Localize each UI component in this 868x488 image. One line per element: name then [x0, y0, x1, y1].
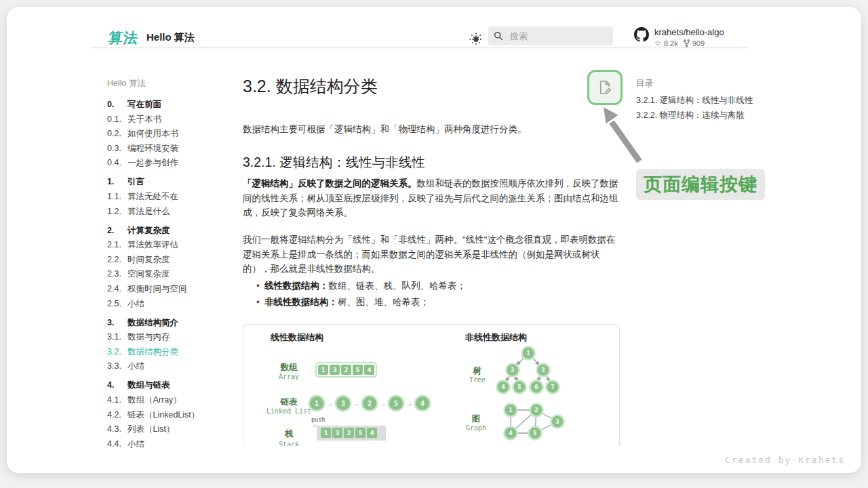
paragraph-linear: 我们一般将逻辑结构分为「线性」和「非线性」两种。"线性"这个概念很直观，即表明数… — [243, 232, 623, 277]
section-heading: 3.2.1. 逻辑结构：线性与非线性 — [243, 153, 425, 171]
value-cell: 1 — [318, 365, 328, 375]
sidebar-nav: Hello 算法 0.写在前面0.1.关于本书0.2.如何使用本书0.3.编程环… — [107, 78, 239, 454]
sidebar-item[interactable]: 2.1.算法效率评估 — [107, 241, 239, 249]
node-value: 4 — [501, 384, 505, 390]
figure-linear-title: 线性数据结构 — [271, 331, 323, 344]
toc-item[interactable]: 3.2.1. 逻辑结构：线性与非线性 — [636, 96, 772, 105]
sidebar-item[interactable]: 0.3.编程环境安装 — [107, 144, 239, 153]
figure-nonlinear-title: 非线性数据结构 — [465, 331, 527, 344]
bullet-dot: • — [256, 298, 264, 307]
sidebar-item[interactable]: 2.2.时间复杂度 — [107, 256, 239, 264]
bullet-list: • 线性数据结构：数组、链表、栈、队列、哈希表； • 非线性数据结构：树、图、堆… — [243, 281, 620, 313]
sidebar-item[interactable]: 1.1.算法无处不在 — [107, 192, 239, 201]
repo-stats: ☆ 8.2k 909 — [654, 39, 724, 47]
value-cell: 4 — [367, 428, 377, 438]
pop-arrow: ← — [311, 443, 317, 446]
edit-page-icon — [596, 79, 614, 96]
paragraph-logic: 「逻辑结构」反映了数据之间的逻辑关系。数组和链表的数据按照顺序依次排列，反映了数… — [243, 176, 623, 220]
stack-label: 栈 — [255, 428, 323, 440]
array-diagram: 13254 — [315, 362, 377, 378]
list-node: 3 — [336, 396, 350, 410]
link-arrow: → — [353, 399, 360, 407]
search-icon — [494, 31, 503, 41]
search-input[interactable] — [509, 30, 599, 42]
figure-data-structure-types: 线性数据结构 非线性数据结构 数组 Array 13254 链表 Linked … — [243, 324, 620, 446]
github-icon — [634, 27, 649, 42]
sidebar-item[interactable]: 4.4.小结 — [107, 440, 239, 449]
link-arrow: → — [406, 399, 413, 407]
value-cell: 2 — [344, 428, 354, 438]
sidebar-item[interactable]: 0.写在前面 — [107, 100, 239, 109]
page-card: 算法 Hello 算法 krahets/hello-algo ☆ — [7, 7, 861, 473]
fork-count: 909 — [692, 39, 705, 47]
sidebar-item[interactable]: 1.2.算法是什么 — [107, 207, 239, 216]
value-cell: 3 — [332, 428, 342, 438]
site-title[interactable]: Hello 算法 — [146, 31, 195, 44]
value-cell: 1 — [321, 428, 331, 438]
sidebar-item[interactable]: 4.1.数组（Array） — [107, 396, 239, 405]
header-divider — [92, 47, 749, 48]
sidebar-item[interactable]: 0.1.关于本书 — [107, 115, 239, 124]
sidebar-item[interactable]: 1.引言 — [107, 178, 239, 186]
github-repo-link[interactable]: krahets/hello-algo ☆ 8.2k 909 — [634, 27, 724, 47]
value-cell: 5 — [355, 428, 366, 438]
node-value: 6 — [534, 384, 538, 390]
sidebar-item[interactable]: 3.3.小结 — [107, 362, 239, 371]
sidebar-item[interactable]: 3.1.数据与内存 — [107, 333, 239, 342]
node-value: 1 — [526, 350, 530, 357]
node-value: 2 — [511, 367, 514, 373]
value-cell: 2 — [341, 365, 351, 375]
sidebar-item[interactable]: 3.数据结构简介 — [107, 319, 239, 327]
sidebar-item[interactable]: 0.2.如何使用本书 — [107, 129, 239, 138]
bullet-dot: • — [256, 281, 264, 291]
toc-title: 目录 — [636, 78, 772, 89]
sidebar-item[interactable]: 2.4.权衡时间与空间 — [107, 285, 239, 293]
list-node: 5 — [389, 396, 403, 410]
sidebar-item[interactable]: 4.2.链表（LinkedList） — [107, 411, 239, 420]
list-node: 2 — [363, 396, 376, 410]
node-value: 3 — [555, 418, 559, 425]
node-value: 7 — [551, 384, 554, 390]
page-edit-button[interactable] — [587, 70, 623, 105]
node-value: 5 — [517, 384, 521, 390]
node-value: 3 — [541, 367, 545, 373]
graph-diagram: 12345 — [501, 401, 569, 444]
stack-diagram: 13254 — [321, 428, 377, 438]
sidebar-item[interactable]: 0.4.一起参与创作 — [107, 159, 239, 167]
sidebar-item[interactable]: 4.数组与链表 — [107, 381, 239, 390]
value-cell: 4 — [364, 365, 374, 375]
toc-item[interactable]: 3.2.2. 物理结构：连续与离散 — [636, 111, 772, 120]
sun-icon — [469, 32, 484, 47]
list-node: 1 — [310, 396, 323, 410]
theme-toggle-button[interactable] — [469, 32, 484, 47]
toc-nav: 目录 3.2.1. 逻辑结构：线性与非线性3.2.2. 物理结构：连续与离散 — [636, 78, 772, 126]
sidebar-item[interactable]: 2.计算复杂度 — [107, 226, 239, 235]
annotation-label: 页面编辑按键 — [636, 169, 765, 200]
linked-list-diagram: 1→3→2→5→4 — [309, 396, 431, 410]
intro-paragraph: 数据结构主要可根据「逻辑结构」和「物理结构」两种角度进行分类。 — [243, 122, 620, 137]
array-sublabel: Array — [255, 373, 323, 380]
array-label: 数组 — [255, 362, 323, 373]
node-value: 2 — [534, 407, 538, 413]
node-value: 5 — [533, 430, 536, 436]
footer-credit: Created by Krahets — [725, 455, 845, 465]
sidebar-header: Hello 算法 — [107, 78, 239, 89]
search-box[interactable] — [488, 26, 613, 45]
sidebar-item[interactable]: 4.3.列表（List） — [107, 425, 239, 434]
sidebar-item[interactable]: 2.3.空间复杂度 — [107, 270, 239, 279]
star-icon: ☆ — [654, 39, 661, 47]
repo-name: krahets/hello-algo — [654, 27, 724, 37]
sidebar-item[interactable]: 2.5.小结 — [107, 300, 239, 308]
tree-diagram: 1234567 — [494, 344, 562, 398]
fork-icon — [684, 39, 690, 47]
annotation-arrow — [589, 102, 650, 169]
list-node: 4 — [416, 396, 429, 410]
link-arrow: → — [379, 399, 387, 407]
link-arrow: → — [326, 399, 334, 407]
site-logo[interactable]: 算法 — [108, 28, 140, 47]
value-cell: 3 — [330, 365, 340, 375]
node-value: 4 — [509, 430, 513, 436]
list-item: • 线性数据结构：数组、链表、栈、队列、哈希表； — [243, 281, 620, 291]
sidebar-item[interactable]: 3.2.数据结构分类 — [107, 348, 239, 357]
star-count: 8.2k — [664, 39, 678, 47]
